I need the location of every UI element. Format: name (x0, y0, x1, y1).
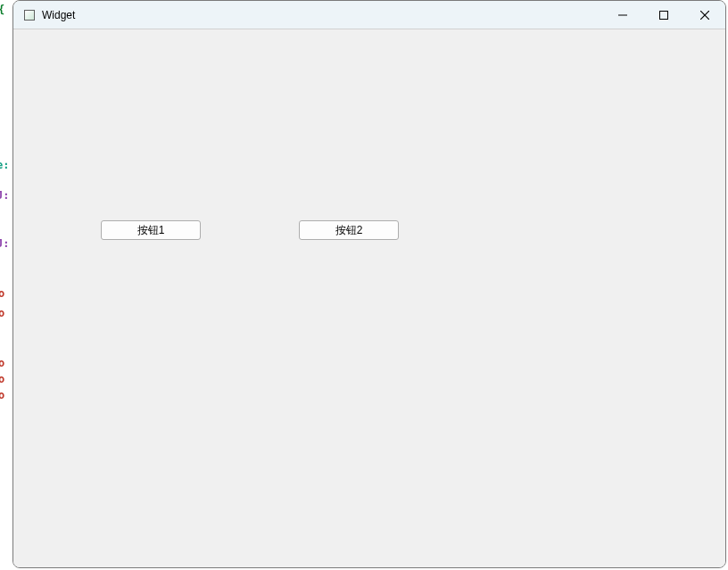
maximize-button[interactable] (643, 1, 684, 29)
bg-frag: J: (0, 187, 9, 203)
close-icon (700, 11, 709, 20)
minimize-icon (618, 11, 627, 20)
bg-frag: { (0, 2, 4, 18)
client-area: 按钮1 按钮2 (13, 29, 725, 567)
close-button[interactable] (684, 1, 725, 29)
window-title: Widget (42, 9, 75, 21)
bg-frag: e: (0, 157, 9, 173)
bg-frag: o (0, 305, 4, 321)
bg-frag: J: (0, 235, 9, 252)
bg-frag: o (0, 387, 4, 403)
minimize-button[interactable] (602, 1, 643, 29)
app-window: Widget 按钮1 按钮2 (12, 0, 726, 568)
maximize-icon (659, 11, 668, 20)
bg-frag: o (0, 285, 4, 302)
button-1[interactable]: 按钮1 (101, 220, 201, 240)
svg-rect-1 (660, 11, 668, 19)
button-2[interactable]: 按钮2 (299, 220, 399, 240)
qt-logo-icon (24, 10, 35, 21)
app-icon (22, 8, 37, 22)
titlebar[interactable]: Widget (13, 1, 725, 29)
bg-frag: o (0, 355, 4, 371)
bg-frag: o (0, 371, 4, 387)
